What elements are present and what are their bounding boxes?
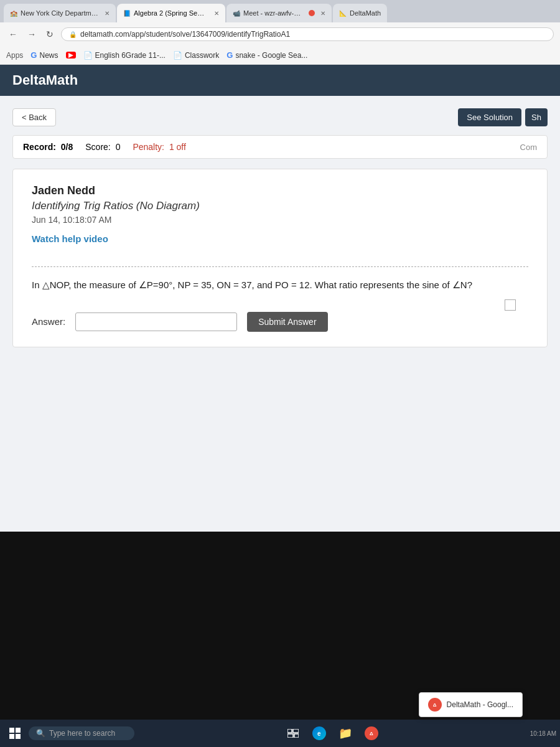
g-icon-snake: G [226, 50, 233, 60]
svg-rect-1 [16, 728, 21, 733]
g-icon-news: G [30, 50, 37, 60]
tab4-icon: 📐 [339, 10, 347, 17]
tab3-icon: 📹 [233, 10, 240, 17]
score-label: Score: [85, 142, 110, 152]
com-text: Com [520, 143, 537, 152]
svg-rect-5 [293, 729, 299, 733]
back-nav-button[interactable]: ← [6, 28, 20, 40]
taskbar-middle: e 📁 Δ [137, 722, 528, 745]
back-button[interactable]: < Back [12, 108, 56, 126]
problem-date: Jun 14, 10:18:07 AM [32, 215, 528, 225]
svg-rect-0 [9, 728, 14, 733]
main-area: < Back See Solution Sh Record: 0/8 Score… [0, 96, 560, 532]
apps-label: Apps [6, 51, 23, 60]
tab-nyc[interactable]: 🏫 New York City Department of Ed... ✕ [4, 4, 116, 22]
tab2-icon: 📘 [123, 10, 131, 17]
circle-decoration [505, 299, 516, 311]
task-view-icon [287, 729, 299, 738]
sh-button[interactable]: Sh [525, 108, 548, 126]
snake-label: snake - Google Sea... [235, 51, 307, 60]
penalty-text: Penalty: 1 off [133, 142, 185, 152]
answer-row: Answer: Submit Answer [32, 312, 528, 332]
tab2-label: Algebra 2 (Spring Semester) PD ... [134, 9, 208, 17]
svg-rect-6 [287, 734, 293, 738]
problem-card: Jaden Nedd Identifying Trig Ratios (No D… [12, 169, 548, 347]
bookmark-apps[interactable]: Apps [6, 51, 23, 60]
score-text: Score: 0 [85, 142, 120, 152]
taskbar-time: 10:18 AM [530, 730, 556, 737]
tab-algebra[interactable]: 📘 Algebra 2 (Spring Semester) PD ... ✕ [117, 4, 225, 22]
record-left: Record: 0/8 Score: 0 Penalty: 1 off [23, 142, 186, 152]
score-value: 0 [116, 142, 121, 152]
tab-bar: 🏫 New York City Department of Ed... ✕ 📘 … [0, 0, 560, 22]
meet-dot [309, 10, 315, 16]
bookmark-english[interactable]: 📄 English 6Grade 11-... [83, 51, 166, 60]
taskbar: 🔍 Type here to search e 📁 Δ 10:18 AM [0, 720, 560, 747]
bookmarks-bar: Apps G News 📄 English 6Grade 11-... 📄 Cl… [0, 46, 560, 65]
english-label: English 6Grade 11-... [95, 51, 166, 60]
bookmark-classwork[interactable]: 📄 Classwork [173, 51, 219, 60]
classwork-label: Classwork [185, 51, 219, 60]
top-controls: < Back See Solution Sh [12, 108, 548, 126]
submit-button[interactable]: Submit Answer [247, 312, 327, 332]
tab3-close[interactable]: ✕ [320, 10, 325, 17]
task-view-button[interactable] [282, 722, 304, 745]
answer-label: Answer: [32, 316, 65, 327]
question-text: In △NOP, the measure of ∠P=90°, NP = 35,… [32, 280, 472, 290]
taskbar-search[interactable]: 🔍 Type here to search [29, 726, 134, 740]
doc-icon-classwork: 📄 [173, 51, 182, 60]
browser-chrome: 🏫 New York City Department of Ed... ✕ 📘 … [0, 0, 560, 65]
see-solution-button[interactable]: See Solution [458, 108, 521, 126]
tab2-close[interactable]: ✕ [214, 10, 219, 17]
url-text: deltamath.com/app/student/solve/13647009… [80, 30, 290, 39]
penalty-value: 1 off [169, 142, 186, 152]
windows-icon [9, 728, 21, 739]
windows-button[interactable] [4, 722, 26, 745]
bookmark-snake[interactable]: G snake - Google Sea... [226, 50, 307, 60]
bookmark-news[interactable]: G News [30, 50, 58, 60]
svg-rect-7 [294, 734, 299, 738]
dm-popup-label: DeltaMath - Googl... [447, 700, 513, 709]
watch-help-link[interactable]: Watch help video [32, 233, 108, 244]
tab-deltamath[interactable]: 📐 DeltaMath [333, 4, 387, 22]
file-button[interactable]: 📁 [334, 722, 357, 745]
search-icon: 🔍 [36, 729, 45, 738]
record-bar: Record: 0/8 Score: 0 Penalty: 1 off Com [12, 135, 548, 159]
edge-icon: e [312, 726, 326, 740]
dm-popup-icon-letter: Δ [433, 702, 437, 708]
tab1-close[interactable]: ✕ [105, 10, 110, 17]
brand-label: DeltaMath [12, 72, 78, 88]
svg-rect-3 [16, 734, 21, 739]
svg-rect-2 [9, 734, 14, 739]
doc-icon-english: 📄 [83, 51, 93, 60]
record-label: Record: [23, 142, 56, 152]
news-label: News [39, 51, 58, 60]
dm-popup[interactable]: Δ DeltaMath - Googl... [419, 692, 523, 717]
deltamath-header: DeltaMath [0, 65, 560, 96]
tab1-label: New York City Department of Ed... [21, 9, 99, 17]
tab1-icon: 🏫 [10, 10, 17, 17]
right-buttons: See Solution Sh [458, 108, 548, 126]
search-placeholder: Type here to search [49, 729, 115, 738]
page-content: DeltaMath < Back See Solution Sh Record:… [0, 65, 560, 747]
youtube-icon [66, 52, 76, 59]
problem-title: Identifying Trig Ratios (No Diagram) [32, 200, 528, 212]
deltamath-taskbar-button[interactable]: Δ [360, 722, 383, 745]
refresh-button[interactable]: ↻ [44, 28, 56, 40]
file-icon: 📁 [338, 726, 352, 740]
bookmark-youtube[interactable] [66, 52, 76, 59]
edge-button[interactable]: e [308, 722, 330, 745]
penalty-label: Penalty: [133, 142, 164, 152]
deltamath-taskbar-icon: Δ [365, 726, 378, 740]
dm-popup-icon: Δ [428, 698, 442, 712]
svg-rect-4 [287, 729, 292, 733]
url-bar[interactable]: 🔒 deltamath.com/app/student/solve/136470… [61, 27, 554, 41]
tab-meet[interactable]: 📹 Meet - wzr-awfv-mms ✕ [226, 4, 332, 22]
forward-nav-button[interactable]: → [25, 28, 39, 40]
divider [32, 266, 528, 267]
student-name: Jaden Nedd [32, 184, 528, 197]
omnibar: ← → ↻ 🔒 deltamath.com/app/student/solve/… [0, 22, 560, 46]
answer-input[interactable] [75, 312, 237, 331]
tab3-label: Meet - wzr-awfv-mms [243, 9, 306, 17]
lock-icon: 🔒 [69, 31, 77, 38]
